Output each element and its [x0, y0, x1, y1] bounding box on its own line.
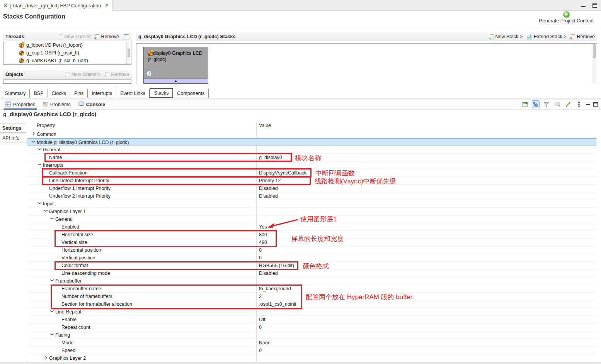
property-row-repeat-count[interactable]: Repeat count0	[27, 323, 596, 331]
property-value[interactable]: Disabled	[259, 271, 278, 276]
config-tab-components[interactable]: Components	[173, 89, 209, 98]
property-value[interactable]: 0	[259, 348, 262, 353]
chevron-down-icon[interactable]: ❯	[50, 309, 54, 313]
property-row-color-format[interactable]: Color formatRGB565 (16-bit)	[27, 262, 596, 269]
maximize-icon[interactable]	[592, 3, 597, 8]
config-tab-stacks[interactable]: Stacks	[150, 88, 174, 98]
close-icon[interactable]: ✕	[105, 3, 109, 8]
threads-scrollbar[interactable]	[126, 42, 131, 64]
minimize-icon[interactable]	[581, 6, 586, 7]
property-row-line-detect-interrupt-priority[interactable]: Line Detect Interrupt PriorityPriority 1…	[27, 177, 596, 185]
property-row-common[interactable]: ❯Common	[27, 130, 596, 138]
property-row-number-of-framebuffers[interactable]: Number of framebuffers2	[27, 293, 596, 300]
property-value[interactable]: 0	[259, 325, 262, 330]
property-row-module-g-display0-graphics-lcd-r-glcdc-[interactable]: ❯Module g_display0 Graphics LCD (r_glcdc…	[27, 138, 596, 146]
property-row-framebuffer-name[interactable]: Framebuffer namefb_background	[27, 285, 596, 293]
property-row-speed[interactable]: Speed0	[27, 347, 596, 354]
canvas-scrollbar[interactable]	[592, 44, 597, 84]
remove-thread-button[interactable]: ✕ Remove	[95, 34, 119, 39]
thread-list-item[interactable]: g_uart8 UART (r_sci_b_uart)	[3, 57, 131, 64]
property-row-name[interactable]: Nameg_display0	[27, 154, 596, 161]
side-tab-api-info[interactable]: API Info	[0, 134, 27, 143]
property-row-underflow-1-interrupt-priority[interactable]: Underflow 1 Interrupt PriorityDisabled	[27, 185, 596, 192]
property-row-fading[interactable]: ❯Fading	[27, 331, 596, 339]
editor-tab-fsp-configuration[interactable]: ⚙ [Titan_driver_rgb_lcd] FSP Configurati…	[0, 0, 113, 11]
property-row-enabled[interactable]: EnabledYes	[27, 223, 596, 231]
chevron-down-icon[interactable]: ❯	[50, 332, 54, 337]
chevron-down-icon[interactable]: ❯	[44, 208, 48, 213]
property-value[interactable]: 800	[259, 232, 267, 237]
property-row-interrupts[interactable]: ❯Interrupts	[27, 161, 596, 169]
property-value[interactable]: Yes	[259, 224, 267, 230]
view-tab-problems[interactable]: Problems	[40, 100, 74, 110]
property-row-horizontal-size[interactable]: Horizontal size800	[27, 231, 596, 239]
property-row-general[interactable]: ❯General	[27, 146, 596, 154]
property-value[interactable]: Disabled	[259, 193, 278, 199]
generate-project-content-button[interactable]: Generate Project Content	[535, 11, 597, 24]
minimize-view-icon[interactable]	[586, 104, 590, 105]
chevron-down-icon[interactable]: ❯	[50, 216, 54, 221]
chevron-right-icon[interactable]: ❯	[44, 356, 48, 359]
config-tab-summary[interactable]: Summary	[1, 89, 30, 98]
property-value[interactable]: 0	[259, 247, 262, 253]
property-row-line-descending-mode[interactable]: Line descending modeDisabled	[27, 269, 596, 277]
property-value[interactable]: DisplayVsyncCallback	[259, 170, 306, 176]
stack-card-g-display0[interactable]: g_display0 Graphics LCD (r_glcdc) i ▲	[143, 47, 208, 84]
property-value[interactable]: Disabled	[259, 186, 278, 191]
property-value[interactable]: 480	[259, 240, 267, 245]
remove-object-button[interactable]: ✕ Remove	[105, 72, 129, 77]
pin-view-icon[interactable]	[521, 100, 529, 108]
property-value[interactable]: 0	[259, 255, 262, 261]
export-icon[interactable]	[564, 100, 572, 108]
link-with-editor-icon[interactable]	[532, 100, 540, 108]
property-row-general[interactable]: ❯General	[27, 215, 596, 223]
chevron-right-icon[interactable]: ❯	[31, 132, 36, 135]
property-row-vertical-position[interactable]: Vertical position0	[27, 254, 596, 262]
view-tab-properties[interactable]: Properties	[2, 100, 38, 110]
property-row-vertical-size[interactable]: Vertical size480	[27, 239, 596, 246]
config-tab-interrupts[interactable]: Interrupts	[88, 89, 116, 98]
info-icon[interactable]: i	[146, 71, 152, 76]
chevron-down-icon[interactable]: ❯	[32, 139, 36, 144]
new-object-button[interactable]: ＋ New Object >	[66, 72, 100, 77]
property-row-callback-function[interactable]: Callback FunctionDisplayVsyncCallback	[27, 169, 596, 177]
property-value[interactable]: RGB565 (16-bit)	[259, 263, 294, 268]
property-value[interactable]: None	[259, 340, 271, 345]
property-row-graphics-layer-2[interactable]: ❯Graphics Layer 2	[27, 354, 596, 362]
property-value[interactable]: .ospi1_cs0_noinit	[259, 301, 296, 307]
chevron-down-icon[interactable]: ❯	[50, 278, 54, 283]
property-row-horizontal-position[interactable]: Horizontal position0	[27, 246, 596, 254]
config-tab-event-links[interactable]: Event Links	[116, 89, 150, 98]
collapse-panel-icon[interactable]: −	[124, 34, 129, 39]
extend-stack-button[interactable]: ＋ Extend Stack >	[527, 34, 566, 39]
config-tab-clocks[interactable]: Clocks	[48, 89, 71, 98]
new-thread-button[interactable]: ＋ New Thread	[59, 34, 91, 39]
thread-list-item[interactable]: g_ioport I/O Port (r_ioport)	[3, 41, 131, 49]
stack-card-expander[interactable]: ▲	[144, 78, 208, 83]
property-value[interactable]: fb_background	[259, 286, 291, 291]
property-row-underflow-2-interrupt-priority[interactable]: Underflow 2 Interrupt PriorityDisabled	[27, 192, 596, 200]
thread-list-item[interactable]: g_ospi1 OSPI (r_ospi_b)	[3, 49, 131, 57]
config-tab-pins[interactable]: Pins	[70, 89, 88, 98]
view-menu-icon[interactable]	[575, 100, 583, 108]
property-value[interactable]: 2	[259, 294, 262, 299]
property-row-input[interactable]: ❯Input	[27, 200, 596, 208]
property-value[interactable]: Off	[259, 317, 265, 322]
property-row-mode[interactable]: ModeNone	[27, 339, 596, 347]
new-stack-button[interactable]: ＋ New Stack >	[490, 34, 523, 39]
property-row-section-for-framebuffer-allocation[interactable]: Section for framebuffer allocation.ospi1…	[27, 300, 596, 308]
chevron-down-icon[interactable]: ❯	[38, 147, 42, 151]
config-tab-bsp[interactable]: BSP	[30, 89, 48, 98]
property-row-line-repeat[interactable]: ❯Line Repeat	[27, 308, 596, 316]
property-row-graphics-layer-1[interactable]: ❯Graphics Layer 1	[27, 208, 596, 215]
restore-defaults-icon[interactable]	[553, 100, 561, 108]
view-tab-console[interactable]: Console	[75, 100, 108, 110]
property-row-enable[interactable]: EnableOff	[27, 316, 596, 323]
stacks-canvas[interactable]: g_display0 Graphics LCD (r_glcdc) i ▲	[136, 43, 597, 84]
chevron-down-icon[interactable]: ❯	[38, 201, 42, 205]
maximize-view-icon[interactable]	[593, 102, 598, 107]
property-value[interactable]: Priority 12	[259, 178, 281, 183]
property-value[interactable]: g_display0	[259, 155, 282, 160]
property-row-framebuffer[interactable]: ❯Framebuffer	[27, 277, 596, 285]
chevron-down-icon[interactable]: ❯	[38, 162, 42, 167]
